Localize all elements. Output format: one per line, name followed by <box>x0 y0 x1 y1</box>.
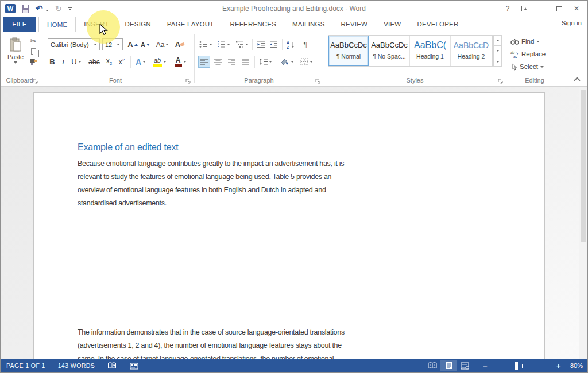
tab-home[interactable]: HOME <box>38 17 76 32</box>
zoom-slider[interactable] <box>493 366 551 366</box>
styles-more-button[interactable] <box>493 56 502 67</box>
bullets-button[interactable] <box>198 38 213 50</box>
style-name: ¶ No Spac... <box>373 53 406 60</box>
replace-button[interactable]: abac Replace <box>510 49 546 59</box>
cut-button[interactable]: ✂ <box>28 37 38 45</box>
close-button[interactable]: ✕ <box>568 2 585 15</box>
font-color-button[interactable]: A <box>171 56 189 68</box>
font-name-combo[interactable]: Calibri (Body) <box>48 38 100 50</box>
document-paragraph-2[interactable]: The information demonstrates that in the… <box>78 326 345 359</box>
maximize-button[interactable] <box>551 2 568 15</box>
proofing-status-button[interactable] <box>104 362 121 370</box>
minimize-button[interactable] <box>533 2 551 15</box>
zoom-slider-thumb[interactable] <box>515 362 518 370</box>
format-painter-button[interactable] <box>28 57 38 65</box>
customize-qat-button[interactable] <box>68 7 72 10</box>
style-no-spacing[interactable]: AaBbCcDc ¶ No Spac... <box>369 36 410 66</box>
style-heading-1[interactable]: AaBbC( Heading 1 <box>410 36 451 66</box>
undo-button[interactable]: ↶ <box>36 3 49 14</box>
align-right-button[interactable] <box>226 56 238 68</box>
save-icon[interactable] <box>22 5 29 13</box>
paragraph-line: standardised advertisements. <box>78 197 344 210</box>
align-center-icon <box>214 59 222 65</box>
web-layout-icon <box>461 362 469 370</box>
select-label: Select <box>520 63 538 70</box>
align-left-button[interactable] <box>198 56 210 68</box>
document-heading[interactable]: Example of an edited text <box>78 142 179 153</box>
redo-icon[interactable]: ↻ <box>55 4 62 13</box>
text-highlight-button[interactable]: ab <box>150 56 169 68</box>
read-mode-button[interactable] <box>424 360 440 371</box>
shading-button[interactable] <box>278 56 296 68</box>
macro-recording-button[interactable] <box>126 362 142 370</box>
paragraph-dialog-launcher[interactable] <box>315 79 321 84</box>
sign-in-link[interactable]: Sign in <box>562 20 582 26</box>
document-area: Example of an edited text Because emotio… <box>1 87 587 359</box>
text-effects-button[interactable]: A <box>133 56 148 68</box>
select-button[interactable]: Select <box>510 61 544 72</box>
paste-dropdown-arrow[interactable] <box>14 61 17 64</box>
tab-references[interactable]: REFERENCES <box>222 17 284 32</box>
zoom-out-button[interactable]: − <box>481 362 490 370</box>
styles-scroll-up-button[interactable] <box>493 35 502 46</box>
bold-button[interactable]: B <box>48 56 57 68</box>
style-normal[interactable]: AaBbCcDc ¶ Normal <box>328 36 369 66</box>
sort-button[interactable]: AZ <box>285 38 297 50</box>
show-hide-paragraph-button[interactable]: ¶ <box>300 38 311 50</box>
proofing-book-icon <box>107 362 117 370</box>
ribbon-display-options-button[interactable] <box>516 2 533 15</box>
justify-button[interactable] <box>239 56 252 68</box>
word-logo-icon[interactable]: W <box>5 4 16 13</box>
tab-design[interactable]: DESIGN <box>117 17 158 32</box>
underline-button[interactable]: U <box>69 56 84 68</box>
collapse-ribbon-button[interactable] <box>574 77 580 83</box>
ribbon: Paste ✂ Clipboard Calibri (Body) 12 A A … <box>1 32 587 87</box>
copy-button[interactable] <box>28 47 38 55</box>
italic-button[interactable]: I <box>59 56 67 68</box>
tab-insert[interactable]: INSERT <box>76 17 117 32</box>
superscript-button[interactable]: x2 <box>116 56 127 68</box>
tab-view[interactable]: VIEW <box>376 17 409 32</box>
vertical-scrollbar[interactable] <box>579 87 587 359</box>
zoom-level[interactable]: 80% <box>563 362 583 369</box>
tab-developer[interactable]: DEVELOPER <box>409 17 466 32</box>
borders-button[interactable] <box>298 56 315 68</box>
tab-mailings[interactable]: MAILINGS <box>284 17 333 32</box>
increase-indent-button[interactable] <box>268 38 279 50</box>
change-case-button[interactable]: Aa <box>154 38 171 50</box>
web-layout-button[interactable] <box>457 360 473 371</box>
font-size-combo[interactable]: 12 <box>102 38 123 50</box>
scrollbar-thumb[interactable] <box>581 90 586 242</box>
line-spacing-button[interactable] <box>257 56 273 68</box>
page-indicator[interactable]: PAGE 1 OF 1 <box>3 362 49 369</box>
shrink-font-button[interactable]: A <box>140 38 151 50</box>
multilevel-list-button[interactable] <box>234 38 250 50</box>
find-button[interactable]: Find <box>510 36 540 46</box>
subscript-button[interactable]: x2 <box>103 56 115 68</box>
paste-button[interactable]: Paste <box>4 36 27 72</box>
replace-label: Replace <box>521 50 546 57</box>
tab-file[interactable]: FILE <box>3 17 36 32</box>
zoom-in-button[interactable]: + <box>554 362 563 370</box>
align-center-button[interactable] <box>212 56 224 68</box>
document-page[interactable]: Example of an edited text Because emotio… <box>33 92 545 359</box>
undo-dropdown-arrow[interactable] <box>45 10 49 11</box>
styles-dialog-launcher[interactable] <box>498 79 504 84</box>
word-count[interactable]: 143 WORDS <box>55 362 98 369</box>
style-heading-2[interactable]: AaBbCcD Heading 2 <box>451 36 492 66</box>
styles-scroll-down-button[interactable] <box>493 46 502 56</box>
tab-page-layout[interactable]: PAGE LAYOUT <box>159 17 222 32</box>
font-dialog-launcher[interactable] <box>185 79 191 84</box>
numbering-button[interactable] <box>216 38 231 50</box>
grow-font-button[interactable]: A <box>127 38 138 50</box>
paragraph-line: Because emotional language contributes g… <box>78 157 344 170</box>
tab-review[interactable]: REVIEW <box>333 17 376 32</box>
clear-formatting-button[interactable]: A <box>174 38 185 50</box>
help-button[interactable]: ? <box>499 2 516 15</box>
print-layout-button[interactable] <box>440 360 457 371</box>
decrease-indent-button[interactable] <box>255 38 266 50</box>
strikethrough-button[interactable]: abc <box>87 56 102 68</box>
clipboard-dialog-launcher[interactable] <box>33 79 38 84</box>
document-paragraph-1[interactable]: Because emotional language contributes g… <box>78 157 344 210</box>
font-group-label: Font <box>40 77 191 84</box>
